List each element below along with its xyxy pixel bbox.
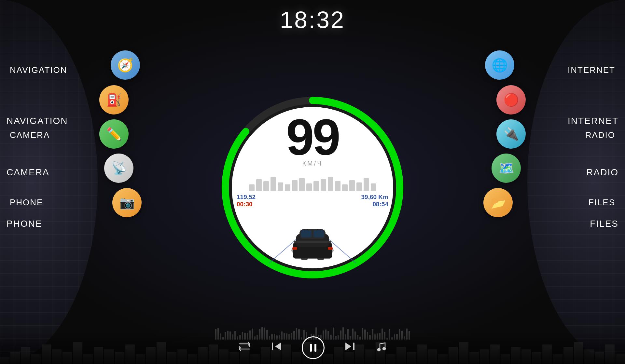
svg-point-22 (378, 348, 380, 351)
chart-bar (342, 184, 348, 191)
phone-text[interactable]: PHONE (10, 197, 43, 208)
camera-menu-label: CAMERA (10, 130, 50, 140)
chart-bar (285, 184, 290, 191)
chart-bar (356, 182, 362, 191)
chart-bar (299, 178, 305, 191)
navigation-menu-label: NAVIGATION (10, 65, 67, 75)
stat-distance: 119,52 (237, 193, 256, 200)
svg-rect-21 (353, 343, 354, 350)
chart-bar (328, 177, 333, 191)
chart-bar (335, 181, 340, 191)
speed-value: 99 (286, 112, 339, 162)
svg-rect-14 (301, 258, 308, 260)
svg-rect-17 (298, 242, 327, 243)
radar-icon[interactable]: 📡 (104, 154, 133, 183)
stat-remaining-dist: 39,60 Km (361, 193, 388, 200)
prev-button[interactable] (271, 341, 282, 355)
repeat-button[interactable] (238, 341, 251, 354)
files-icon[interactable]: 📂 (483, 188, 513, 217)
svg-rect-20 (314, 344, 316, 352)
internet-menu-label: INTERNET (568, 65, 615, 75)
chart-bar (364, 178, 369, 191)
camera-icon[interactable]: 📷 (112, 188, 142, 217)
navigation-icon[interactable]: 🧭 (111, 50, 140, 80)
chart-bar (256, 179, 262, 191)
next-button[interactable] (344, 341, 356, 355)
phone-menu-label: PHONE (10, 197, 43, 207)
chart-bar (278, 182, 283, 191)
left-arc-container: 🧭 ⛽ ✏️ 📡 📷 (0, 0, 124, 364)
globe-icon[interactable]: 🌐 (485, 50, 514, 80)
music-icon[interactable] (375, 341, 387, 355)
chart-bar (306, 183, 312, 191)
speed-unit: КМ/Ч (302, 159, 323, 167)
svg-rect-12 (292, 247, 297, 249)
right-arc-container: 🌐 🔴 🔌 🗺️ 📂 (501, 0, 625, 364)
car-svg (286, 219, 339, 265)
svg-rect-10 (301, 230, 312, 237)
road-view (257, 209, 368, 265)
play-pause-button[interactable] (302, 336, 325, 359)
camera-text[interactable]: CAMERA (10, 130, 50, 140)
stats-right: 39,60 Km 08:54 (361, 193, 388, 208)
chart-bar (321, 179, 326, 191)
time-display: 18:32 (280, 7, 345, 33)
usb-icon[interactable]: 🔌 (496, 119, 526, 149)
chart-bar (263, 181, 269, 191)
speed-chart (246, 169, 380, 191)
chart-bar (292, 180, 298, 191)
radio-menu-label: RADIO (585, 130, 615, 140)
stat-remaining-time: 08:54 (361, 200, 388, 208)
stat-elapsed: 00:30 (237, 200, 256, 208)
chart-bar (349, 180, 355, 191)
chart-bar (371, 183, 376, 191)
files-menu-label: FILES (589, 197, 615, 207)
speedcam-icon[interactable]: 🔴 (496, 85, 526, 115)
svg-rect-15 (317, 258, 324, 260)
svg-rect-11 (313, 230, 324, 237)
svg-rect-19 (310, 344, 312, 352)
chart-bar (313, 181, 319, 191)
radio-text[interactable]: RADIO (585, 130, 615, 140)
maps-icon[interactable]: 🗺️ (492, 154, 521, 183)
chart-bar (249, 184, 255, 191)
chart-bar (271, 177, 276, 191)
svg-rect-18 (272, 343, 273, 350)
speedometer: 99 КМ/Ч 119,52 00:30 39,60 Km 08:54 (221, 96, 404, 278)
internet-text[interactable]: INTERNET (568, 65, 615, 75)
files-text[interactable]: FILES (589, 197, 615, 208)
edit-icon[interactable]: ✏️ (99, 119, 129, 149)
stats-left: 119,52 00:30 (237, 193, 256, 208)
navigation-text[interactable]: NAVIGATION (10, 65, 67, 75)
svg-rect-13 (328, 247, 333, 249)
svg-point-23 (383, 347, 385, 350)
fuel-icon[interactable]: ⛽ (99, 85, 129, 115)
